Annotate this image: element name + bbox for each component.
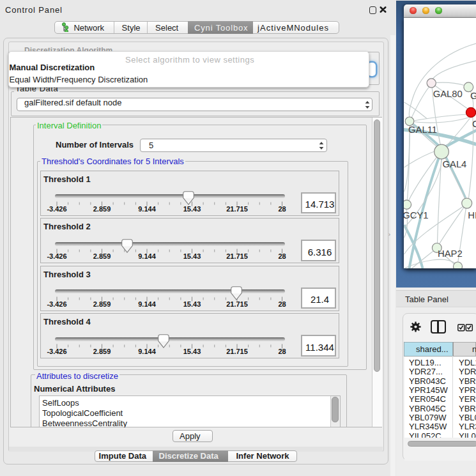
svg-text:HAP2: HAP2 xyxy=(438,249,463,259)
svg-text:GAL80: GAL80 xyxy=(433,89,462,99)
svg-text:GAL4: GAL4 xyxy=(442,159,466,169)
svg-text:GCY1: GCY1 xyxy=(404,210,429,220)
svg-text:HIS4: HIS4 xyxy=(468,210,476,220)
svg-text:GAL1: GAL1 xyxy=(470,91,476,101)
svg-text:GAL11: GAL11 xyxy=(408,125,437,135)
svg-text:CYC8: CYC8 xyxy=(472,119,476,129)
